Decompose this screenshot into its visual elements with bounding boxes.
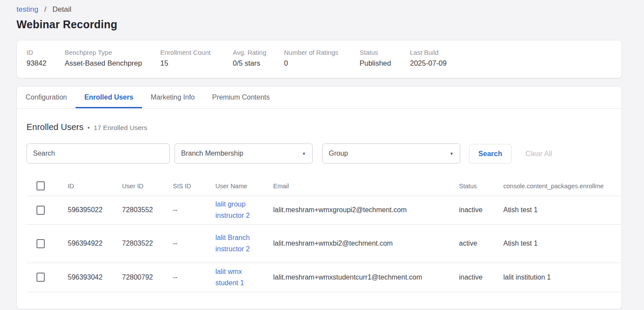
info-value: 15 (160, 59, 233, 67)
breadcrumb: testing / Detail (17, 4, 622, 14)
filter-bar: Branch Membership ▼ Group ▼ Search Clear… (26, 143, 612, 163)
cell-sis-id: -- (173, 224, 215, 263)
enrolled-users-count: 17 Enrolled Users (94, 124, 147, 132)
table-row: 596393042 72800792 -- lalit wmx student … (26, 263, 622, 292)
info-value: Asset-Based Benchprep (65, 59, 160, 67)
select-all-checkbox[interactable] (36, 181, 45, 190)
info-value: Published (360, 59, 410, 67)
column-header-user-name: User Name (215, 177, 273, 196)
cell-email: lalit.meshram+wmxbi2@techment.com (273, 224, 459, 263)
table-row: 596394922 72803522 -- lalit Branch instr… (26, 224, 622, 263)
group-dropdown-label: Group (329, 150, 348, 157)
breadcrumb-current-detail: Detail (53, 5, 71, 14)
tab-enrolled-users[interactable]: Enrolled Users (76, 87, 142, 108)
info-field-avg-rating: Avg. Rating 0/5 stars (233, 49, 284, 67)
row-checkbox[interactable] (36, 206, 45, 215)
cell-sis-id: -- (173, 263, 215, 292)
cell-user-id: 72803552 (122, 196, 173, 224)
info-summary-card: ID 93842 Benchprep Type Asset-Based Benc… (17, 40, 622, 78)
section-title: Enrolled Users (26, 122, 83, 132)
table-header-row: ID User ID SIS ID User Name Email Status… (26, 177, 622, 196)
cell-id: 596393042 (68, 263, 122, 292)
info-label: Status (360, 49, 410, 56)
column-header-package: console.content_packages.enrollme (503, 177, 622, 196)
section-header: Enrolled Users • 17 Enrolled Users (26, 122, 612, 132)
section-bullet: • (87, 124, 90, 132)
info-field-status: Status Published (360, 49, 410, 67)
enrolled-users-card: Configuration Enrolled Users Marketing I… (17, 86, 622, 309)
row-checkbox[interactable] (36, 239, 45, 248)
column-header-sis-id: SIS ID (173, 177, 215, 196)
cell-package: lalit institution 1 (503, 263, 622, 292)
info-field-benchprep-type: Benchprep Type Asset-Based Benchprep (65, 49, 160, 67)
cell-package: Atish test 1 (503, 196, 622, 224)
info-label: Avg. Rating (233, 49, 284, 56)
cell-status: inactive (459, 263, 503, 292)
tab-premium-contents[interactable]: Premium Contents (204, 87, 279, 108)
tab-bar: Configuration Enrolled Users Marketing I… (17, 87, 621, 109)
info-label: ID (26, 49, 65, 56)
cell-id: 596395022 (68, 196, 122, 224)
column-header-user-id: User ID (122, 177, 173, 196)
column-header-status: Status (459, 177, 503, 196)
page-root: testing / Detail Webinar Recording ID 93… (0, 0, 644, 309)
row-checkbox[interactable] (36, 273, 45, 282)
info-label: Enrollment Count (160, 49, 233, 56)
cell-sis-id: -- (173, 196, 215, 224)
info-value: 0 (284, 59, 360, 67)
cell-email: lalit.meshram+wmxgroupi2@techment.com (273, 196, 459, 224)
cell-email: lalit.meshram+wmxstudentcurr1@techment.c… (273, 263, 459, 292)
cell-package: Atish test 1 (503, 224, 622, 263)
branch-membership-dropdown[interactable]: Branch Membership ▼ (175, 143, 313, 163)
info-field-enrollment-count: Enrollment Count 15 (160, 49, 233, 67)
user-name-link[interactable]: lalit group instructor 2 (215, 200, 250, 219)
breadcrumb-link-testing[interactable]: testing (17, 5, 38, 14)
breadcrumb-separator: / (44, 5, 46, 14)
page-title: Webinar Recording (17, 18, 622, 31)
cell-user-id: 72803522 (122, 224, 173, 263)
info-label: Number of Ratings (284, 49, 360, 56)
branch-membership-dropdown-label: Branch Membership (181, 150, 243, 157)
tab-configuration[interactable]: Configuration (17, 87, 76, 108)
info-field-id: ID 93842 (26, 49, 65, 67)
chevron-down-icon: ▼ (302, 151, 306, 156)
user-name-link[interactable]: lalit Branch instructor 2 (215, 234, 250, 253)
table-row: 596395022 72803552 -- lalit group instru… (26, 196, 622, 224)
info-value: 2025-07-09 (410, 59, 446, 67)
chevron-down-icon: ▼ (449, 151, 454, 156)
search-input[interactable] (26, 143, 170, 163)
enrolled-users-table: ID User ID SIS ID User Name Email Status… (26, 177, 612, 292)
column-header-id: ID (68, 177, 122, 196)
group-dropdown[interactable]: Group ▼ (322, 143, 460, 163)
info-value: 93842 (26, 59, 65, 67)
cell-id: 596394922 (68, 224, 122, 263)
info-label: Benchprep Type (65, 49, 160, 56)
info-field-last-build: Last Build 2025-07-09 (410, 49, 446, 67)
clear-all-button[interactable]: Clear All (525, 150, 552, 158)
cell-status: inactive (459, 196, 503, 224)
info-value: 0/5 stars (233, 59, 284, 67)
info-label: Last Build (410, 49, 446, 56)
cell-user-id: 72800792 (122, 263, 173, 292)
cell-status: active (459, 224, 503, 263)
info-field-number-of-ratings: Number of Ratings 0 (284, 49, 360, 67)
tab-marketing-info[interactable]: Marketing Info (142, 87, 203, 108)
search-button[interactable]: Search (469, 144, 512, 163)
user-name-link[interactable]: lalit wmx student 1 (215, 268, 244, 287)
column-header-email: Email (273, 177, 459, 196)
tab-content: Enrolled Users • 17 Enrolled Users Branc… (17, 122, 621, 292)
